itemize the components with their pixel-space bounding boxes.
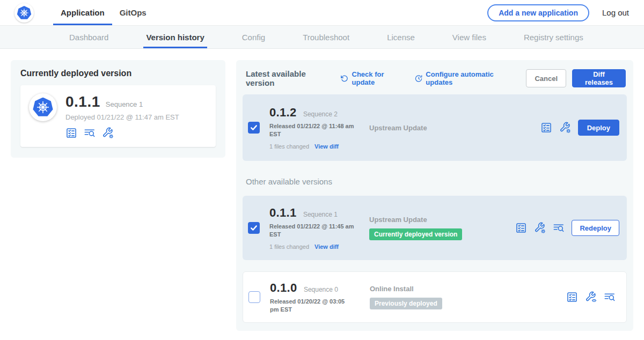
version-actions: Redeploy: [515, 220, 619, 236]
subnav-item-config[interactable]: Config: [239, 26, 268, 48]
view-config-icon[interactable]: [585, 291, 597, 303]
deployed-version-number: 0.1.1: [65, 93, 100, 110]
release-timestamp: Released 01/21/22 @ 11:48 am EST: [269, 122, 354, 138]
view-files-diff-icon[interactable]: [604, 291, 616, 303]
version-actions: [566, 291, 619, 303]
diff-releases-button[interactable]: Diff releases: [572, 69, 626, 87]
version-info: 0.1.2 Sequence 2 Released 01/21/22 @ 11:…: [269, 106, 354, 150]
helm-wheel-icon: [19, 8, 30, 18]
sequence-label: Sequence 2: [303, 110, 338, 118]
deployed-sequence-label: Sequence 1: [106, 100, 143, 108]
tab-gitops[interactable]: GitOps: [112, 0, 154, 25]
cancel-button[interactable]: Cancel: [526, 69, 566, 87]
updates-header: Latest available version Check for updat…: [243, 68, 627, 87]
subnav-item-license[interactable]: License: [384, 26, 418, 48]
app-header: Application GitOps Add a new application…: [0, 0, 644, 26]
version-source: Online Install: [370, 285, 492, 293]
version-info: 0.1.0 Sequence 0 Released 01/20/22 @ 03:…: [270, 281, 355, 314]
version-card-0-1-2: 0.1.2 Sequence 2 Released 01/21/22 @ 11:…: [243, 94, 627, 161]
release-notes-icon[interactable]: [566, 291, 578, 303]
currently-deployed-badge: Currently deployed version: [369, 228, 462, 240]
eye-glyph: [592, 299, 596, 301]
sequence-label: Sequence 0: [304, 286, 338, 293]
release-notes-icon[interactable]: [540, 122, 552, 134]
version-checkbox[interactable]: [248, 291, 260, 303]
files-changed-label: 1 files changed: [269, 243, 309, 250]
configure-automatic-updates-link[interactable]: Configure automatic updates: [415, 70, 516, 86]
version-number: 0.1.2: [269, 106, 296, 119]
deployed-panel-title: Currently deployed version: [20, 69, 216, 78]
subnav-item-registry-settings[interactable]: Registry settings: [521, 26, 586, 48]
helm-wheel-icon: [35, 100, 50, 115]
edit-config-icon[interactable]: [102, 127, 114, 139]
check-icon: [250, 224, 258, 232]
refresh-icon: [341, 75, 348, 83]
deployed-version-details: 0.1.1 Sequence 1 Deployed 01/21/22 @ 11:…: [65, 93, 179, 139]
version-actions: Deploy: [540, 120, 619, 136]
version-card-0-1-0: 0.1.0 Sequence 0 Released 01/20/22 @ 03:…: [243, 271, 627, 323]
release-timestamp: Released 01/20/22 @ 03:05 pm EST: [270, 298, 355, 314]
latest-version-title: Latest available version: [246, 69, 331, 87]
check-icon: [250, 124, 258, 131]
view-files-diff-icon[interactable]: [553, 222, 565, 234]
updates-header-actions: Cancel Diff releases: [526, 69, 626, 87]
kubernetes-heptagon-icon: [33, 98, 53, 117]
clock-refresh-icon: [415, 75, 422, 83]
app-subnav: Dashboard Version history Config Trouble…: [0, 26, 644, 49]
release-notes-icon[interactable]: [515, 222, 527, 234]
version-number: 0.1.0: [270, 281, 297, 294]
view-files-diff-icon[interactable]: [84, 127, 96, 139]
version-checkbox[interactable]: [248, 222, 260, 234]
deploy-button[interactable]: Deploy: [578, 120, 619, 136]
deployed-version-card: 0.1.1 Sequence 1 Deployed 01/21/22 @ 11:…: [20, 85, 216, 147]
subnav-item-version-history[interactable]: Version history: [143, 26, 207, 48]
deployed-actions: [65, 127, 179, 139]
deployed-timestamp: Deployed 01/21/22 @ 11:47 am EST: [65, 113, 179, 121]
version-source-block: Upstream Update Currently deployed versi…: [369, 216, 492, 240]
version-number: 0.1.1: [269, 206, 296, 219]
subnav-item-view-files[interactable]: View files: [450, 26, 489, 48]
version-source: Upstream Update: [369, 216, 492, 224]
files-changed-label: 1 files changed: [269, 143, 309, 150]
kubernetes-heptagon-icon: [17, 6, 32, 20]
redeploy-button[interactable]: Redeploy: [572, 220, 619, 236]
top-tabs: Application GitOps: [53, 0, 154, 25]
kubernetes-logo: [14, 3, 34, 23]
other-versions-label: Other available versions: [243, 177, 627, 186]
release-timestamp: Released 01/21/22 @ 11:45 am EST: [269, 223, 354, 239]
subnav-item-dashboard[interactable]: Dashboard: [67, 26, 111, 48]
add-application-button[interactable]: Add a new application: [487, 4, 589, 21]
version-source-block: Online Install Previously deployed: [370, 285, 492, 309]
header-right: Add a new application Log out: [487, 0, 644, 25]
view-diff-link[interactable]: View diff: [314, 143, 339, 150]
version-source-block: Upstream Update: [369, 124, 492, 132]
tab-application[interactable]: Application: [53, 0, 112, 25]
version-info: 0.1.1 Sequence 1 Released 01/21/22 @ 11:…: [269, 206, 354, 250]
logout-button[interactable]: Log out: [602, 8, 629, 17]
previously-deployed-badge: Previously deployed: [370, 298, 442, 309]
version-checkbox[interactable]: [248, 122, 260, 134]
version-history-page: Application GitOps Add a new application…: [0, 0, 644, 340]
release-notes-icon[interactable]: [65, 127, 77, 139]
available-versions-panel: Latest available version Check for updat…: [236, 60, 633, 331]
edit-config-icon[interactable]: [559, 122, 571, 134]
edit-config-icon[interactable]: [534, 222, 546, 234]
version-source: Upstream Update: [369, 124, 492, 132]
subnav-item-troubleshoot[interactable]: Troubleshoot: [300, 26, 352, 48]
app-logo: [29, 93, 57, 121]
sequence-label: Sequence 1: [303, 211, 338, 218]
check-for-update-link[interactable]: Check for update: [341, 70, 405, 86]
view-diff-link[interactable]: View diff: [314, 243, 339, 250]
currently-deployed-panel: Currently deployed version: [11, 60, 225, 158]
version-card-0-1-1: 0.1.1 Sequence 1 Released 01/21/22 @ 11:…: [243, 196, 627, 260]
